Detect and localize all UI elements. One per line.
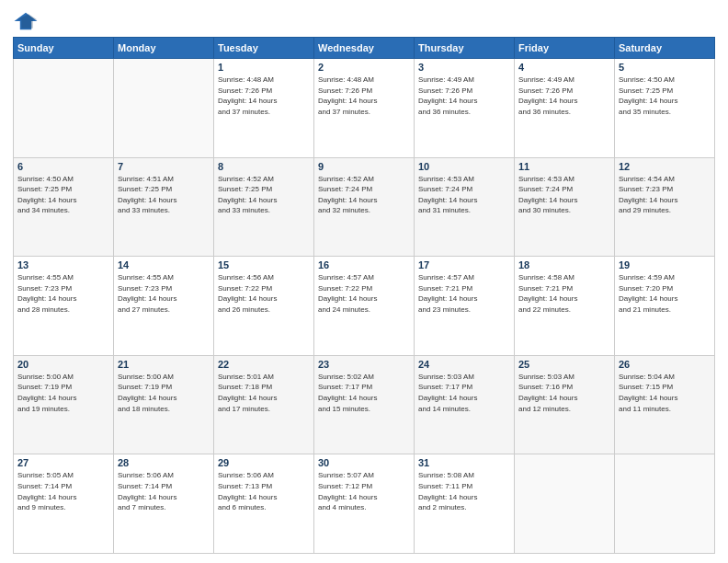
calendar-cell: 12Sunrise: 4:54 AM Sunset: 7:23 PM Dayli…: [615, 157, 715, 257]
week-row-1: 1Sunrise: 4:48 AM Sunset: 7:26 PM Daylig…: [14, 59, 715, 158]
cell-info: Sunrise: 4:57 AM Sunset: 7:21 PM Dayligh…: [418, 272, 510, 315]
header: [13, 11, 715, 31]
day-number: 19: [619, 259, 711, 270]
cell-info: Sunrise: 4:57 AM Sunset: 7:22 PM Dayligh…: [318, 272, 410, 315]
cell-info: Sunrise: 5:06 AM Sunset: 7:14 PM Dayligh…: [118, 470, 210, 512]
cell-info: Sunrise: 5:00 AM Sunset: 7:19 PM Dayligh…: [17, 372, 109, 414]
calendar-cell: 13Sunrise: 4:55 AM Sunset: 7:23 PM Dayli…: [14, 257, 114, 356]
calendar-cell: 29Sunrise: 5:06 AM Sunset: 7:13 PM Dayli…: [214, 454, 314, 554]
cell-info: Sunrise: 4:48 AM Sunset: 7:26 PM Dayligh…: [318, 75, 410, 117]
cell-info: Sunrise: 4:50 AM Sunset: 7:25 PM Dayligh…: [17, 174, 109, 216]
week-row-2: 6Sunrise: 4:50 AM Sunset: 7:25 PM Daylig…: [14, 157, 715, 257]
day-number: 30: [318, 457, 410, 468]
cell-info: Sunrise: 4:58 AM Sunset: 7:21 PM Dayligh…: [518, 272, 610, 315]
cell-info: Sunrise: 4:51 AM Sunset: 7:25 PM Dayligh…: [118, 174, 210, 216]
weekday-header-friday: Friday: [515, 38, 615, 59]
calendar-cell: 6Sunrise: 4:50 AM Sunset: 7:25 PM Daylig…: [14, 157, 114, 257]
calendar-cell: 14Sunrise: 4:55 AM Sunset: 7:23 PM Dayli…: [114, 257, 214, 356]
calendar-cell: 16Sunrise: 4:57 AM Sunset: 7:22 PM Dayli…: [314, 257, 415, 356]
day-number: 17: [418, 259, 510, 270]
day-number: 25: [518, 359, 610, 370]
cell-info: Sunrise: 4:55 AM Sunset: 7:23 PM Dayligh…: [118, 272, 210, 315]
calendar-cell: 30Sunrise: 5:07 AM Sunset: 7:12 PM Dayli…: [314, 454, 415, 554]
day-number: 7: [118, 161, 210, 172]
calendar-table: SundayMondayTuesdayWednesdayThursdayFrid…: [13, 37, 715, 554]
calendar-cell: 3Sunrise: 4:49 AM Sunset: 7:26 PM Daylig…: [415, 59, 515, 158]
day-number: 26: [619, 359, 711, 370]
calendar-cell: 19Sunrise: 4:59 AM Sunset: 7:20 PM Dayli…: [615, 257, 715, 356]
day-number: 1: [218, 62, 310, 73]
cell-info: Sunrise: 4:52 AM Sunset: 7:24 PM Dayligh…: [318, 174, 410, 216]
day-number: 12: [619, 161, 711, 172]
day-number: 4: [518, 62, 610, 73]
day-number: 27: [17, 457, 109, 468]
day-number: 14: [118, 259, 210, 270]
calendar-cell: 10Sunrise: 4:53 AM Sunset: 7:24 PM Dayli…: [415, 157, 515, 257]
day-number: 9: [318, 161, 410, 172]
calendar-cell: 1Sunrise: 4:48 AM Sunset: 7:26 PM Daylig…: [214, 59, 314, 158]
calendar-cell: 27Sunrise: 5:05 AM Sunset: 7:14 PM Dayli…: [14, 454, 114, 554]
calendar-cell: [114, 59, 214, 158]
calendar-cell: 18Sunrise: 4:58 AM Sunset: 7:21 PM Dayli…: [515, 257, 615, 356]
cell-info: Sunrise: 5:03 AM Sunset: 7:16 PM Dayligh…: [518, 372, 610, 414]
calendar-cell: 2Sunrise: 4:48 AM Sunset: 7:26 PM Daylig…: [314, 59, 415, 158]
day-number: 10: [418, 161, 510, 172]
cell-info: Sunrise: 5:02 AM Sunset: 7:17 PM Dayligh…: [318, 372, 410, 414]
weekday-header-tuesday: Tuesday: [214, 38, 314, 59]
day-number: 5: [619, 62, 711, 73]
logo: [13, 11, 42, 31]
day-number: 6: [17, 161, 109, 172]
weekday-header-row: SundayMondayTuesdayWednesdayThursdayFrid…: [14, 38, 715, 59]
day-number: 18: [518, 259, 610, 270]
calendar-cell: 11Sunrise: 4:53 AM Sunset: 7:24 PM Dayli…: [515, 157, 615, 257]
weekday-header-saturday: Saturday: [615, 38, 715, 59]
calendar-cell: 4Sunrise: 4:49 AM Sunset: 7:26 PM Daylig…: [515, 59, 615, 158]
cell-info: Sunrise: 4:54 AM Sunset: 7:23 PM Dayligh…: [619, 174, 711, 216]
day-number: 15: [218, 259, 310, 270]
calendar-cell: [615, 454, 715, 554]
calendar-cell: 7Sunrise: 4:51 AM Sunset: 7:25 PM Daylig…: [114, 157, 214, 257]
cell-info: Sunrise: 4:56 AM Sunset: 7:22 PM Dayligh…: [218, 272, 310, 315]
weekday-header-thursday: Thursday: [415, 38, 515, 59]
day-number: 13: [17, 259, 109, 270]
calendar-cell: [14, 59, 114, 158]
calendar-cell: 17Sunrise: 4:57 AM Sunset: 7:21 PM Dayli…: [415, 257, 515, 356]
weekday-header-sunday: Sunday: [14, 38, 114, 59]
day-number: 28: [118, 457, 210, 468]
cell-info: Sunrise: 4:50 AM Sunset: 7:25 PM Dayligh…: [619, 75, 711, 117]
cell-info: Sunrise: 5:08 AM Sunset: 7:11 PM Dayligh…: [418, 470, 510, 512]
day-number: 20: [17, 359, 109, 370]
day-number: 23: [318, 359, 410, 370]
weekday-header-wednesday: Wednesday: [314, 38, 415, 59]
cell-info: Sunrise: 5:06 AM Sunset: 7:13 PM Dayligh…: [218, 470, 310, 512]
calendar-cell: [515, 454, 615, 554]
calendar-cell: 28Sunrise: 5:06 AM Sunset: 7:14 PM Dayli…: [114, 454, 214, 554]
cell-info: Sunrise: 4:53 AM Sunset: 7:24 PM Dayligh…: [418, 174, 510, 216]
calendar-cell: 22Sunrise: 5:01 AM Sunset: 7:18 PM Dayli…: [214, 355, 314, 454]
cell-info: Sunrise: 5:00 AM Sunset: 7:19 PM Dayligh…: [118, 372, 210, 414]
calendar-cell: 5Sunrise: 4:50 AM Sunset: 7:25 PM Daylig…: [615, 59, 715, 158]
page: SundayMondayTuesdayWednesdayThursdayFrid…: [0, 0, 728, 563]
day-number: 3: [418, 62, 510, 73]
cell-info: Sunrise: 4:49 AM Sunset: 7:26 PM Dayligh…: [518, 75, 610, 117]
cell-info: Sunrise: 4:55 AM Sunset: 7:23 PM Dayligh…: [17, 272, 109, 315]
week-row-3: 13Sunrise: 4:55 AM Sunset: 7:23 PM Dayli…: [14, 257, 715, 356]
day-number: 29: [218, 457, 310, 468]
cell-info: Sunrise: 5:05 AM Sunset: 7:14 PM Dayligh…: [17, 470, 109, 512]
cell-info: Sunrise: 4:49 AM Sunset: 7:26 PM Dayligh…: [418, 75, 510, 117]
calendar-cell: 31Sunrise: 5:08 AM Sunset: 7:11 PM Dayli…: [415, 454, 515, 554]
calendar-cell: 23Sunrise: 5:02 AM Sunset: 7:17 PM Dayli…: [314, 355, 415, 454]
calendar-cell: 8Sunrise: 4:52 AM Sunset: 7:25 PM Daylig…: [214, 157, 314, 257]
cell-info: Sunrise: 5:01 AM Sunset: 7:18 PM Dayligh…: [218, 372, 310, 414]
day-number: 22: [218, 359, 310, 370]
calendar-cell: 26Sunrise: 5:04 AM Sunset: 7:15 PM Dayli…: [615, 355, 715, 454]
week-row-5: 27Sunrise: 5:05 AM Sunset: 7:14 PM Dayli…: [14, 454, 715, 554]
day-number: 8: [218, 161, 310, 172]
day-number: 21: [118, 359, 210, 370]
day-number: 16: [318, 259, 410, 270]
cell-info: Sunrise: 4:53 AM Sunset: 7:24 PM Dayligh…: [518, 174, 610, 216]
cell-info: Sunrise: 4:48 AM Sunset: 7:26 PM Dayligh…: [218, 75, 310, 117]
calendar-cell: 15Sunrise: 4:56 AM Sunset: 7:22 PM Dayli…: [214, 257, 314, 356]
weekday-header-monday: Monday: [114, 38, 214, 59]
day-number: 24: [418, 359, 510, 370]
